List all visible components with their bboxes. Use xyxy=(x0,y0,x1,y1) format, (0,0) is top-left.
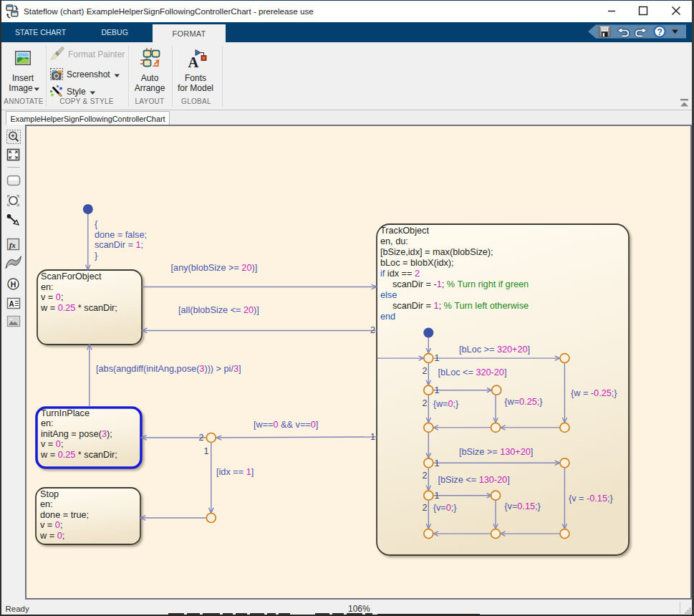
svg-text:A: A xyxy=(9,300,14,308)
svg-text:?: ? xyxy=(657,27,662,37)
svg-text:H: H xyxy=(11,280,16,289)
svg-text:fx: fx xyxy=(9,241,16,249)
